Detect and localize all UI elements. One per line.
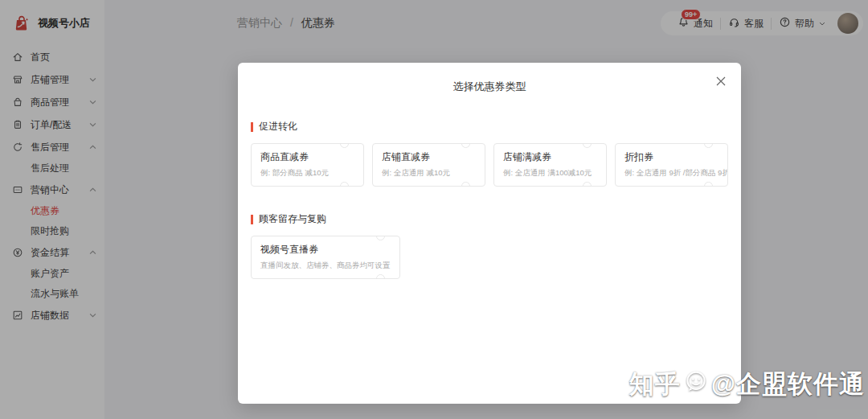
section-accent-bar — [251, 215, 253, 224]
coupon-card-title: 店铺直减券 — [382, 150, 476, 164]
close-icon — [716, 75, 726, 89]
coupon-card-desc: 例: 全店通用 满100减10元 — [503, 168, 597, 179]
section-title: 顾客留存与复购 — [259, 212, 326, 226]
coupon-card-desc: 例: 部分商品 减10元 — [260, 168, 354, 179]
section-title: 促进转化 — [259, 120, 297, 134]
coupon-type-modal: 选择优惠券类型 促进转化 商品直减券 例: 部分商品 减10元 店铺直减券 例:… — [238, 63, 741, 404]
coupon-card-row: 商品直减券 例: 部分商品 减10元 店铺直减券 例: 全店通用 减10元 店铺… — [251, 143, 728, 187]
coupon-card-desc: 直播间发放、店铺券、商品券均可设置 — [260, 261, 391, 271]
coupon-card-livestream-coupon[interactable]: 视频号直播券 直播间发放、店铺券、商品券均可设置 — [251, 236, 400, 279]
coupon-card-percentage-discount[interactable]: 折扣券 例: 全店通用 9折 /部分商品 9折 — [615, 143, 728, 187]
section-header-retention: 顾客留存与复购 — [251, 212, 728, 226]
coupon-card-title: 折扣券 — [624, 150, 719, 164]
section-header-conversion: 促进转化 — [251, 120, 728, 134]
modal-title: 选择优惠券类型 — [238, 63, 741, 94]
coupon-card-title: 店铺满减券 — [503, 150, 597, 164]
close-button[interactable] — [714, 75, 728, 89]
coupon-card-title: 视频号直播券 — [260, 243, 391, 257]
coupon-card-desc: 例: 全店通用 9折 /部分商品 9折 — [624, 168, 719, 179]
coupon-card-desc: 例: 全店通用 减10元 — [382, 168, 476, 179]
coupon-card-title: 商品直减券 — [260, 150, 354, 164]
page: 视频号小店 首页 店铺管理 商品管理 — [0, 0, 868, 419]
coupon-card-shop-direct-discount[interactable]: 店铺直减券 例: 全店通用 减10元 — [372, 143, 485, 187]
section-accent-bar — [251, 122, 253, 132]
coupon-card-row: 视频号直播券 直播间发放、店铺券、商品券均可设置 — [251, 236, 728, 279]
coupon-card-shop-threshold-discount[interactable]: 店铺满减券 例: 全店通用 满100减10元 — [493, 143, 607, 187]
coupon-card-product-direct-discount[interactable]: 商品直减券 例: 部分商品 减10元 — [251, 143, 364, 187]
modal-body: 促进转化 商品直减券 例: 部分商品 减10元 店铺直减券 例: 全店通用 减1… — [238, 120, 741, 279]
